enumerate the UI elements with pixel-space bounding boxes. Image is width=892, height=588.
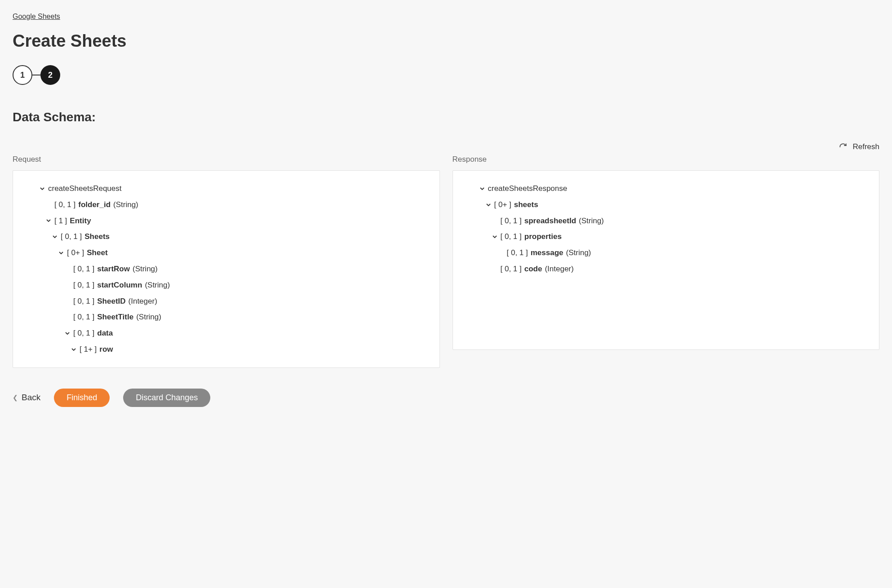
tree-node-label: createSheetsResponse [488,183,568,194]
refresh-icon [839,143,847,151]
chevron-down-icon[interactable] [45,217,52,224]
field-type: (String) [113,199,138,210]
cardinality: [ 0, 1 ] [73,280,94,291]
field-name: startColumn [97,280,142,291]
chevron-down-icon[interactable] [485,202,492,208]
field-name: Sheets [84,231,110,242]
tree-node-leaf[interactable]: [ 0, 1 ] SheetID (Integer) [22,293,430,309]
cardinality: [ 1 ] [54,216,67,226]
cardinality: [ 0, 1 ] [73,312,94,323]
tree-node-root[interactable]: createSheetsRequest [22,181,430,197]
page-title: Create Sheets [13,31,879,51]
field-name: row [99,344,113,355]
tree-node-branch[interactable]: [ 0+ ] Sheet [22,245,430,261]
request-label: Request [13,155,440,164]
chevron-left-icon: ❮ [13,394,18,401]
field-type: (String) [136,312,161,323]
back-button[interactable]: ❮ Back [13,393,40,402]
field-name: properties [524,231,562,242]
tree-node-leaf[interactable]: [ 0, 1 ] message (String) [462,245,870,261]
cardinality: [ 0, 1 ] [501,231,522,242]
tree-node-label: createSheetsRequest [48,183,122,194]
cardinality: [ 0, 1 ] [73,264,94,274]
step-connector [32,75,40,75]
cardinality: [ 0, 1 ] [61,231,82,242]
cardinality: [ 0, 1 ] [501,216,522,226]
field-name: sheets [514,199,538,210]
field-type: (Integer) [545,264,573,274]
tree-node-branch[interactable]: [ 0, 1 ] data [22,325,430,341]
tree-node-branch[interactable]: [ 0, 1 ] Sheets [22,229,430,245]
chevron-down-icon[interactable] [64,330,71,336]
field-name: data [97,328,113,339]
step-2[interactable]: 2 [40,65,60,85]
cardinality: [ 0+ ] [494,199,511,210]
tree-node-branch[interactable]: [ 1+ ] row [22,341,430,358]
chevron-down-icon[interactable] [71,346,77,353]
refresh-button[interactable]: Refresh [839,142,879,151]
finished-button[interactable]: Finished [54,389,110,407]
cardinality: [ 0, 1 ] [73,296,94,307]
refresh-label: Refresh [852,142,879,151]
tree-node-branch[interactable]: [ 0+ ] sheets [462,197,870,213]
field-name: Entity [70,216,91,226]
field-name: SheetID [97,296,125,307]
chevron-down-icon[interactable] [58,250,64,256]
stepper: 1 2 [13,65,879,85]
request-panel: createSheetsRequest [ 0, 1 ] folder_id (… [13,170,440,368]
tree-node-leaf[interactable]: [ 0, 1 ] folder_id (String) [22,197,430,213]
field-name: message [531,248,564,258]
field-name: code [524,264,542,274]
field-type: (String) [579,216,604,226]
field-type: (String) [145,280,170,291]
field-name: SheetTitle [97,312,133,323]
response-label: Response [453,155,880,164]
chevron-down-icon[interactable] [52,234,58,240]
chevron-down-icon[interactable] [492,234,498,240]
field-name: startRow [97,264,130,274]
tree-node-branch[interactable]: [ 0, 1 ] properties [462,229,870,245]
field-type: (String) [566,248,591,258]
chevron-down-icon[interactable] [479,186,485,192]
cardinality: [ 0, 1 ] [501,264,522,274]
response-panel: createSheetsResponse [ 0+ ] sheets [ 0, … [453,170,880,350]
breadcrumb-link[interactable]: Google Sheets [13,13,60,21]
chevron-down-icon[interactable] [39,186,45,192]
tree-node-leaf[interactable]: [ 0, 1 ] code (Integer) [462,261,870,277]
discard-changes-button[interactable]: Discard Changes [123,389,210,407]
tree-node-leaf[interactable]: [ 0, 1 ] spreadsheetId (String) [462,213,870,229]
tree-node-branch[interactable]: [ 1 ] Entity [22,213,430,229]
tree-node-root[interactable]: createSheetsResponse [462,181,870,197]
field-name: folder_id [78,199,111,210]
cardinality: [ 1+ ] [80,344,97,355]
cardinality: [ 0, 1 ] [507,248,528,258]
cardinality: [ 0, 1 ] [54,199,75,210]
field-type: (String) [133,264,158,274]
cardinality: [ 0, 1 ] [73,328,94,339]
back-label: Back [22,393,40,402]
field-name: spreadsheetId [524,216,576,226]
cardinality: [ 0+ ] [67,248,84,258]
tree-node-leaf[interactable]: [ 0, 1 ] startRow (String) [22,261,430,277]
field-type: (Integer) [129,296,157,307]
section-title: Data Schema: [13,110,879,124]
field-name: Sheet [87,248,107,258]
tree-node-leaf[interactable]: [ 0, 1 ] SheetTitle (String) [22,309,430,325]
step-1[interactable]: 1 [13,65,32,85]
tree-node-leaf[interactable]: [ 0, 1 ] startColumn (String) [22,277,430,293]
